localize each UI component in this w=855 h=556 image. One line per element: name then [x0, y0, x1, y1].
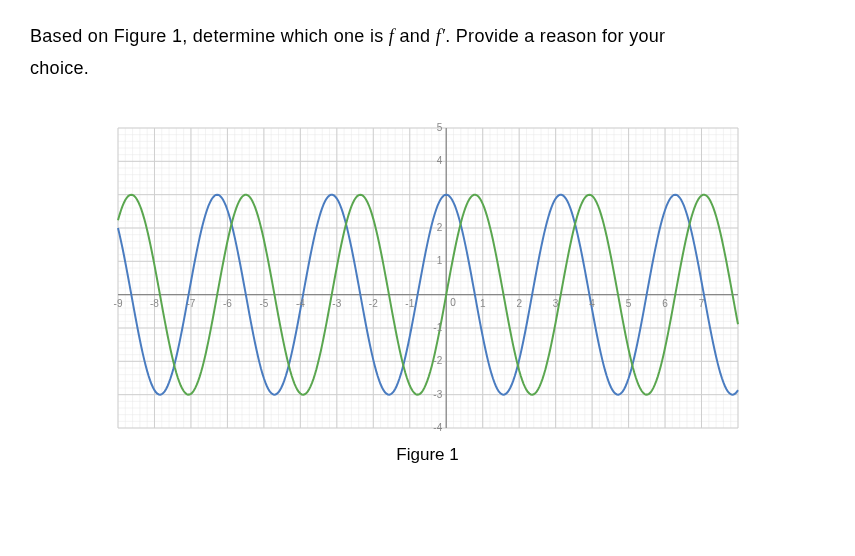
svg-text:-8: -8 [150, 297, 159, 308]
svg-text:-7: -7 [186, 297, 195, 308]
svg-text:-4: -4 [295, 297, 304, 308]
svg-text:-3: -3 [332, 297, 341, 308]
svg-text:-4: -4 [433, 422, 442, 433]
svg-text:-2: -2 [368, 297, 377, 308]
svg-text:-9: -9 [113, 297, 122, 308]
svg-text:-5: -5 [259, 297, 268, 308]
svg-text:4: 4 [589, 297, 595, 308]
q-fprime: f′ [436, 26, 446, 46]
q-part3: . Provide a reason for your [445, 26, 665, 46]
svg-text:7: 7 [698, 297, 704, 308]
q-part1: Based on Figure 1, determine which one i… [30, 26, 389, 46]
svg-text:-6: -6 [222, 297, 231, 308]
svg-text:-3: -3 [433, 388, 442, 399]
chart-svg: -9-8-7-6-5-4-3-2-101234567-4-3-2-11245 [108, 123, 748, 433]
svg-text:2: 2 [436, 222, 442, 233]
q-part4: choice. [30, 58, 89, 78]
svg-text:2: 2 [516, 297, 522, 308]
svg-text:1: 1 [436, 255, 442, 266]
svg-text:-1: -1 [405, 297, 414, 308]
svg-text:-1: -1 [433, 322, 442, 333]
svg-text:5: 5 [436, 123, 442, 133]
q-part2: and [394, 26, 436, 46]
svg-text:1: 1 [479, 297, 485, 308]
figure-1-chart: -9-8-7-6-5-4-3-2-101234567-4-3-2-11245 [108, 123, 748, 437]
svg-text:0: 0 [450, 296, 456, 307]
svg-text:-2: -2 [433, 355, 442, 366]
svg-text:4: 4 [436, 155, 442, 166]
figure-caption: Figure 1 [30, 445, 825, 465]
svg-text:6: 6 [662, 297, 668, 308]
svg-text:5: 5 [625, 297, 631, 308]
question-text: Based on Figure 1, determine which one i… [30, 20, 825, 85]
svg-text:3: 3 [552, 297, 558, 308]
